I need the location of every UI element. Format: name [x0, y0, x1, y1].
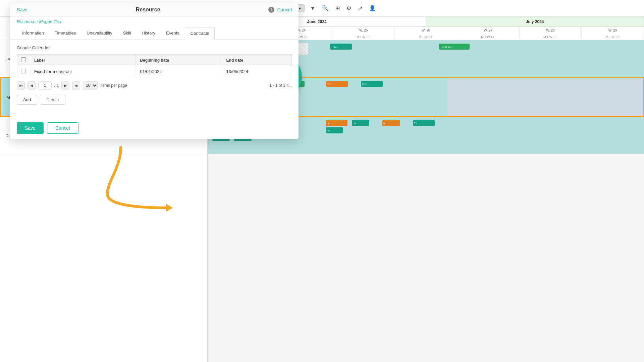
- header-checkbox[interactable]: [21, 57, 26, 62]
- row-check-cell[interactable]: [17, 66, 30, 77]
- row-end-text: 13/05/2024: [226, 69, 248, 74]
- row-end-cell: 13/05/2024: [222, 66, 291, 77]
- modal-footer: Save Cancel: [10, 118, 299, 139]
- contracts-table: Label Beginning date End date F: [17, 54, 292, 77]
- search-icon-button[interactable]: 🔍: [321, 4, 330, 13]
- cancel-button[interactable]: Cancel: [47, 122, 78, 134]
- row-beginning-text: 01/01/2024: [140, 69, 162, 74]
- week-25: W. 25: [332, 27, 395, 34]
- col-end-date: End date: [222, 55, 291, 66]
- tab-information-label: Information: [22, 31, 44, 36]
- breadcrumb: Resource / Megan Cox: [10, 16, 299, 27]
- settings-icon-button[interactable]: ⚙: [345, 4, 353, 13]
- layers-icon-button[interactable]: ⊞: [334, 4, 341, 13]
- col-beginning-date: Beginning date: [136, 55, 222, 66]
- col-label: Label: [30, 55, 136, 66]
- user-icon-button[interactable]: 👤: [368, 4, 377, 13]
- modal-content: Google Calendar Label Beginning date End…: [10, 40, 299, 118]
- megan-task-5[interactable]: Tr...: [326, 81, 348, 87]
- table-header-row: Label Beginning date End date: [17, 55, 292, 66]
- breadcrumb-text: Resource / Megan Cox: [17, 19, 61, 24]
- export-icon-button[interactable]: ↗: [357, 4, 364, 13]
- first-page-button[interactable]: ⏮: [17, 81, 25, 89]
- month-july: July 2024: [426, 17, 644, 26]
- tabs-bar: Information Timetables Unavailability Sk…: [10, 27, 299, 40]
- row-checkbox[interactable]: [21, 69, 26, 73]
- task-block-2[interactable]: Tr D...: [330, 44, 352, 50]
- tab-unavailability[interactable]: Unavailability: [81, 27, 118, 40]
- tab-skill-label: Skill: [123, 31, 131, 36]
- tab-information[interactable]: Information: [17, 27, 49, 40]
- row-beginning-cell: 01/01/2024: [136, 66, 222, 77]
- week-29: W. 29: [582, 27, 644, 34]
- first-page-icon: ⏮: [19, 83, 23, 87]
- daniel-task-12[interactable]: mt...: [326, 127, 343, 133]
- modal-topbar-right: ? Cancel: [268, 7, 292, 13]
- tab-events-label: Events: [166, 31, 179, 36]
- table-row[interactable]: Fixed-term contract 01/01/2024 13/05/202…: [17, 66, 292, 77]
- current-page-input[interactable]: [38, 81, 52, 89]
- daniel-task-4[interactable]: mt...: [352, 120, 369, 126]
- daniel-task-5[interactable]: m...: [382, 120, 400, 126]
- daniel-task-6[interactable]: Ts...: [413, 120, 435, 126]
- week-26: W. 26: [395, 27, 457, 34]
- modal-save-top-button[interactable]: Save: [17, 7, 28, 12]
- google-calendar-label: Google Calendar: [17, 45, 292, 50]
- col-end-text: End date: [226, 58, 244, 63]
- col-label-text: Label: [34, 58, 45, 63]
- tab-history[interactable]: History: [137, 27, 161, 40]
- row-label-text: Fixed-term contract: [34, 69, 72, 74]
- add-button[interactable]: Add: [17, 95, 37, 105]
- next-page-icon: ▶: [64, 83, 67, 88]
- task-block-3[interactable]: T M B D...: [439, 44, 470, 50]
- col-beginning-text: Beginning date: [140, 58, 169, 63]
- col-check: [17, 55, 30, 66]
- tab-timetables[interactable]: Timetables: [49, 27, 81, 40]
- tab-unavailability-label: Unavailability: [87, 31, 112, 36]
- delete-button[interactable]: Delete: [40, 95, 65, 105]
- items-per-page-label: items per page: [100, 83, 127, 88]
- prev-page-button[interactable]: ◀: [28, 81, 36, 89]
- prev-page-icon: ◀: [30, 83, 33, 88]
- cancel-label: Cancel: [277, 7, 292, 12]
- daniel-task-3[interactable]: m...: [326, 120, 347, 126]
- tab-contracts-label: Contracts: [191, 31, 209, 36]
- modal-dialog: Save Resource ? Cancel Resource / Megan …: [10, 3, 299, 139]
- help-icon[interactable]: ?: [268, 7, 274, 13]
- pagination-row: ⏮ ◀ / 1 ▶ ⏭ 10 25 50 items per page 1 - …: [17, 81, 292, 89]
- megan-task-6[interactable]: cc T...: [361, 81, 383, 87]
- tab-skill[interactable]: Skill: [118, 27, 137, 40]
- tab-timetables-label: Timetables: [55, 31, 76, 36]
- last-page-icon: ⏭: [74, 83, 78, 87]
- resource-chevron-icon: ▾: [299, 6, 301, 11]
- help-icon-label: ?: [270, 8, 273, 12]
- tab-history-label: History: [142, 31, 155, 36]
- last-page-button[interactable]: ⏭: [72, 81, 80, 89]
- filter-icon-button[interactable]: ▼: [309, 4, 317, 13]
- tab-contracts[interactable]: Contracts: [185, 27, 215, 40]
- next-page-button[interactable]: ▶: [61, 81, 69, 89]
- page-info: 1 - 1 of 1 it...: [269, 83, 292, 88]
- save-button[interactable]: Save: [17, 122, 44, 134]
- week-28: W. 28: [520, 27, 582, 34]
- action-buttons: Add Delete: [17, 95, 292, 105]
- week-27: W. 27: [457, 27, 520, 34]
- modal-title: Resource: [136, 7, 160, 13]
- page-total: / 1: [54, 83, 59, 88]
- modal-topbar: Save Resource ? Cancel: [10, 3, 299, 16]
- tab-events[interactable]: Events: [161, 27, 185, 40]
- row-label-cell: Fixed-term contract: [30, 66, 136, 77]
- page-size-select[interactable]: 10 25 50: [83, 81, 98, 89]
- modal-cancel-top-button[interactable]: Cancel: [277, 7, 292, 12]
